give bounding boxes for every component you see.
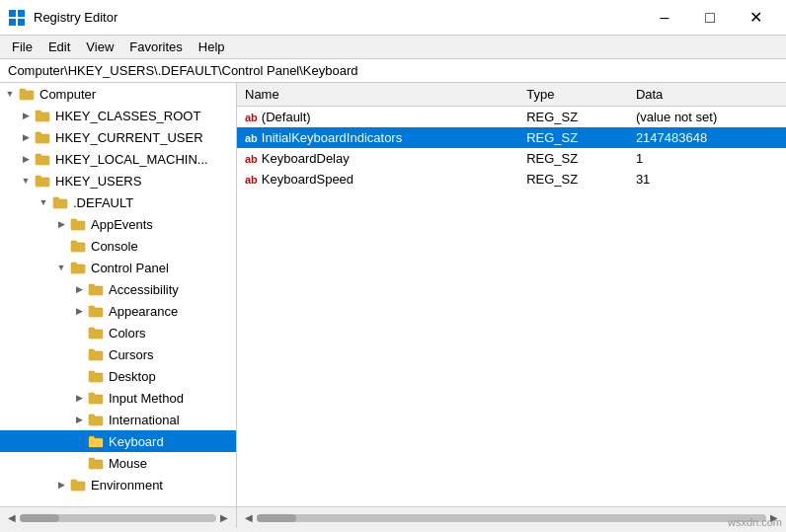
- menu-bar: File Edit View Favorites Help: [0, 36, 786, 59]
- tree-node-environment[interactable]: Environment: [0, 474, 236, 495]
- values-scrollbar[interactable]: ◀ ▶: [237, 507, 786, 528]
- folder-icon: [87, 454, 105, 472]
- tree-scroll-thumb[interactable]: [20, 514, 59, 522]
- values-scroll-thumb[interactable]: [257, 514, 296, 522]
- scrollbar-area: ◀ ▶ ◀ ▶: [0, 506, 786, 528]
- tree-label-colors: Colors: [109, 326, 146, 341]
- folder-icon: [34, 172, 51, 190]
- folder-icon: [87, 389, 105, 407]
- tree-arrow: [71, 343, 87, 365]
- tree-arrow: [18, 126, 34, 148]
- reg-icon: ab: [245, 174, 258, 186]
- col-type: Type: [518, 83, 628, 107]
- maximize-button[interactable]: □: [687, 0, 733, 36]
- tree-label-control-panel: Control Panel: [91, 261, 169, 275]
- tree-label-appevents: AppEvents: [91, 217, 153, 232]
- scroll-right-arrow[interactable]: ▶: [216, 510, 232, 526]
- tree-arrow: [71, 322, 87, 343]
- table-row[interactable]: abKeyboardDelayREG_SZ1: [237, 148, 786, 169]
- tree-arrow: [71, 300, 87, 322]
- reg-icon: ab: [245, 112, 258, 123]
- tree-node-hkey-classes-root[interactable]: HKEY_CLASSES_ROOT: [0, 105, 236, 126]
- value-data: 2147483648: [628, 127, 786, 148]
- tree-node-cursors[interactable]: Cursors: [0, 343, 236, 365]
- svg-rect-2: [9, 19, 16, 26]
- menu-favorites[interactable]: Favorites: [121, 38, 190, 56]
- folder-icon: [34, 150, 51, 168]
- menu-view[interactable]: View: [78, 38, 121, 56]
- tree-scroll-track[interactable]: [20, 514, 216, 522]
- table-row[interactable]: ab(Default)REG_SZ(value not set): [237, 107, 786, 128]
- tree-node-hkey-local-machine[interactable]: HKEY_LOCAL_MACHIN...: [0, 148, 236, 170]
- tree-arrow: [71, 278, 87, 300]
- address-bar: Computer\HKEY_USERS\.DEFAULT\Control Pan…: [0, 59, 786, 83]
- values-scroll-left[interactable]: ◀: [241, 510, 257, 526]
- tree-node-desktop[interactable]: Desktop: [0, 365, 236, 387]
- values-scroll-track[interactable]: [257, 514, 766, 522]
- table-row[interactable]: abKeyboardSpeedREG_SZ31: [237, 169, 786, 190]
- tree-label-international: International: [109, 413, 180, 427]
- folder-icon: [87, 345, 105, 363]
- tree-panel[interactable]: Computer HKEY_CLASSES_ROOT HKEY_CURRENT_…: [0, 83, 237, 506]
- reg-icon: ab: [245, 153, 258, 165]
- folder-icon: [51, 193, 69, 211]
- tree-scrollbar[interactable]: ◀ ▶: [0, 507, 237, 528]
- folder-icon: [34, 107, 51, 124]
- value-type: REG_SZ: [518, 127, 628, 148]
- tree-label-console: Console: [91, 239, 138, 254]
- tree-node-default[interactable]: .DEFAULT: [0, 191, 236, 213]
- title-bar: Registry Editor – □ ✕: [0, 0, 786, 36]
- folder-icon: [87, 280, 105, 298]
- tree-node-international[interactable]: International: [0, 409, 236, 430]
- tree-node-hkey-users[interactable]: HKEY_USERS: [0, 170, 236, 191]
- tree-label-accessibility: Accessibility: [109, 282, 179, 297]
- folder-icon: [18, 85, 36, 103]
- menu-file[interactable]: File: [4, 38, 40, 56]
- folder-icon: [87, 302, 105, 320]
- tree-node-hkey-current-user[interactable]: HKEY_CURRENT_USER: [0, 126, 236, 148]
- tree-label-input-method: Input Method: [109, 391, 184, 406]
- tree-label-desktop: Desktop: [109, 369, 156, 384]
- tree-arrow: [53, 257, 69, 278]
- tree-node-keyboard[interactable]: Keyboard: [0, 430, 236, 452]
- folder-icon: [87, 432, 105, 450]
- tree-node-appevents[interactable]: AppEvents: [0, 213, 236, 235]
- folder-icon: [87, 367, 105, 385]
- main-content: Computer HKEY_CLASSES_ROOT HKEY_CURRENT_…: [0, 83, 786, 506]
- tree-node-accessibility[interactable]: Accessibility: [0, 278, 236, 300]
- value-name: ab(Default): [237, 107, 518, 128]
- value-data: (value not set): [628, 107, 786, 128]
- tree-label-hkey-current-user: HKEY_CURRENT_USER: [55, 130, 203, 145]
- scroll-left-arrow[interactable]: ◀: [4, 510, 20, 526]
- tree-node-appearance[interactable]: Appearance: [0, 300, 236, 322]
- tree-label-hkey-classes-root: HKEY_CLASSES_ROOT: [55, 109, 200, 123]
- tree-node-mouse[interactable]: Mouse: [0, 452, 236, 474]
- table-row[interactable]: abInitialKeyboardIndicatorsREG_SZ2147483…: [237, 127, 786, 148]
- tree-arrow: [18, 105, 34, 126]
- tree-node-colors[interactable]: Colors: [0, 322, 236, 343]
- tree-arrow: [53, 235, 69, 257]
- tree-arrow: [71, 452, 87, 474]
- values-panel[interactable]: Name Type Data ab(Default)REG_SZ(value n…: [237, 83, 786, 506]
- minimize-button[interactable]: –: [642, 0, 687, 36]
- values-table: Name Type Data ab(Default)REG_SZ(value n…: [237, 83, 786, 190]
- menu-edit[interactable]: Edit: [40, 38, 78, 56]
- tree-label-environment: Environment: [91, 478, 163, 493]
- folder-icon: [69, 237, 87, 255]
- menu-help[interactable]: Help: [191, 38, 233, 56]
- tree-label-default: .DEFAULT: [73, 195, 133, 210]
- app-icon: [8, 9, 26, 27]
- svg-rect-0: [9, 10, 16, 17]
- close-button[interactable]: ✕: [733, 0, 778, 36]
- window-title: Registry Editor: [34, 10, 642, 25]
- tree-node-computer[interactable]: Computer: [0, 83, 236, 105]
- tree-label-computer: Computer: [39, 87, 96, 102]
- tree-arrow: [71, 365, 87, 387]
- tree-arrow: [2, 83, 18, 105]
- watermark: wsxdn.com: [728, 516, 782, 528]
- tree-node-input-method[interactable]: Input Method: [0, 387, 236, 409]
- tree-node-control-panel[interactable]: Control Panel: [0, 257, 236, 278]
- tree-node-console[interactable]: Console: [0, 235, 236, 257]
- tree-label-appearance: Appearance: [109, 304, 178, 319]
- tree-label-mouse: Mouse: [109, 456, 147, 471]
